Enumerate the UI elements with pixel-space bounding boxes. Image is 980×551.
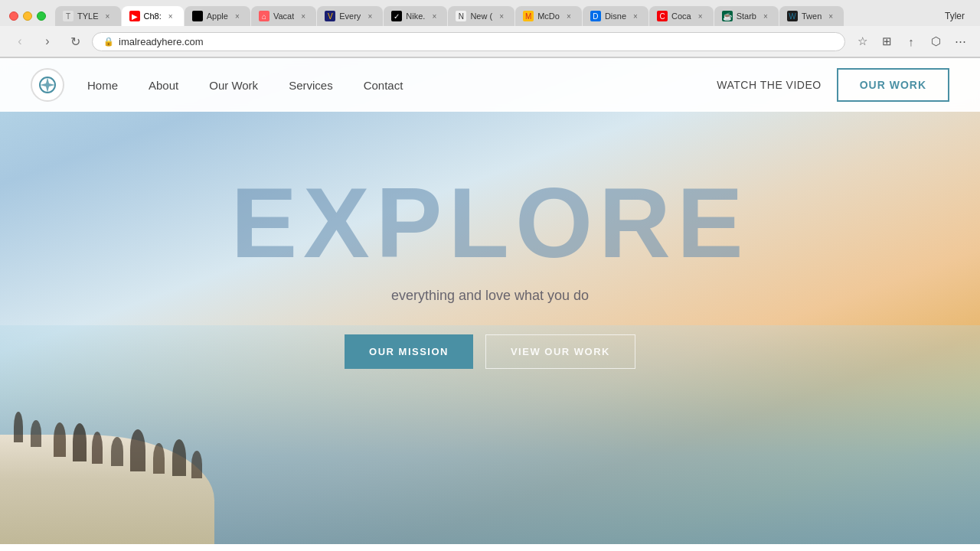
tab-label-coca: Coca [671, 11, 691, 21]
extensions-icon[interactable]: ⬡ [925, 31, 946, 52]
tab-close-tyler[interactable]: × [103, 11, 113, 21]
hero-section: EXPLORE everything and love what you do … [0, 112, 980, 369]
hero-title: EXPLORE [230, 173, 749, 272]
website-content: Home About Our Work Services Contact WAT… [0, 58, 980, 544]
nav-contact[interactable]: Contact [364, 79, 403, 92]
tab-close-apple[interactable]: × [232, 11, 243, 21]
person-silhouette [73, 423, 87, 461]
address-bar: ‹ › ↻ 🔒 imalreadyhere.com ☆ ⊞ ↑ ⬡ ⋯ [0, 26, 980, 57]
tab-close-youtube[interactable]: × [165, 11, 176, 21]
nav-services[interactable]: Services [289, 79, 333, 92]
view-work-button[interactable]: VIEW OUR WORK [485, 334, 635, 369]
tab-label-mcd: McDo [537, 11, 560, 21]
watch-video-button[interactable]: WATCH THE VIDEO [717, 79, 821, 91]
tab-label-starbucks: Starb [737, 11, 756, 21]
traffic-lights [9, 11, 46, 21]
person-silhouette [130, 429, 145, 471]
mission-button[interactable]: OUR MISSION [345, 334, 473, 369]
main-nav: Home About Our Work Services Contact [87, 79, 717, 92]
bookmark-icon[interactable]: ☆ [851, 31, 873, 52]
share-icon[interactable]: ↑ [900, 31, 922, 52]
tab-favicon-visa: V [325, 11, 335, 21]
tab-visa[interactable]: VEvery× [317, 6, 383, 26]
site-logo[interactable] [31, 68, 64, 102]
person-silhouette [191, 451, 202, 478]
tab-close-twenty[interactable]: × [825, 11, 836, 21]
navigation-bar: Home About Our Work Services Contact WAT… [0, 58, 980, 112]
tab-favicon-mcd: M [523, 11, 534, 21]
tab-close-visa[interactable]: × [364, 11, 375, 21]
tab-favicon-airbnb: ⌂ [259, 11, 270, 21]
person-silhouette [111, 437, 123, 466]
tab-close-disney[interactable]: × [630, 11, 641, 21]
user-profile[interactable]: Tyler [939, 11, 971, 21]
tab-label-twenty: Twen [802, 11, 822, 21]
nav-actions: WATCH THE VIDEO OUR WORK [717, 68, 949, 102]
tab-youtube[interactable]: ▶Ch8:× [122, 6, 184, 26]
tab-favicon-coca: C [657, 11, 668, 21]
toolbar-icons: ☆ ⊞ ↑ ⬡ ⋯ [851, 31, 971, 52]
hero-buttons: OUR MISSION VIEW OUR WORK [345, 334, 635, 369]
menu-icon[interactable]: ⋯ [949, 31, 971, 52]
person-silhouette [31, 420, 41, 447]
maximize-button[interactable] [37, 11, 46, 21]
tab-label-visa: Every [339, 11, 361, 21]
tab-disney[interactable]: DDisne× [583, 6, 648, 26]
tab-close-mcd[interactable]: × [564, 11, 574, 21]
tab-label-newt: New ( [470, 11, 492, 21]
nav-our-work[interactable]: Our Work [209, 79, 258, 92]
person-silhouette [14, 412, 23, 442]
tab-tyler[interactable]: TTYLE× [55, 6, 121, 26]
tab-close-coca[interactable]: × [695, 11, 706, 21]
person-silhouette [54, 422, 66, 457]
hero-tagline: everything and love what you do [391, 288, 589, 304]
tab-close-starbucks[interactable]: × [760, 11, 771, 21]
tab-mcd[interactable]: MMcDo× [515, 6, 582, 26]
forward-button[interactable]: › [37, 31, 58, 52]
tab-twenty[interactable]: WTwen× [779, 6, 844, 26]
tab-favicon-apple [192, 11, 203, 21]
our-work-nav-button[interactable]: OUR WORK [837, 68, 949, 102]
tab-label-airbnb: Vacat [273, 11, 294, 21]
tab-newt[interactable]: NNew (× [448, 6, 514, 26]
tab-favicon-starbucks: ☕ [722, 11, 733, 21]
close-button[interactable] [9, 11, 18, 21]
tabs-bar: TTYLE×▶Ch8:×Apple×⌂Vacat×VEvery×✓Nike.×N… [55, 6, 939, 26]
tab-label-nike: Nike. [406, 11, 425, 21]
tab-favicon-youtube: ▶ [129, 11, 140, 21]
person-silhouette [153, 443, 165, 474]
tab-nike[interactable]: ✓Nike.× [384, 6, 447, 26]
person-silhouette [92, 432, 103, 464]
lock-icon: 🔒 [103, 37, 114, 47]
url-bar[interactable]: 🔒 imalreadyhere.com [92, 32, 845, 51]
tab-close-nike[interactable]: × [429, 11, 439, 21]
tab-favicon-disney: D [590, 11, 601, 21]
tab-favicon-nike: ✓ [391, 11, 402, 21]
nav-home[interactable]: Home [87, 79, 118, 92]
minimize-button[interactable] [23, 11, 32, 21]
tab-favicon-tyler: T [63, 11, 74, 21]
tab-label-youtube: Ch8: [144, 11, 162, 21]
nav-about[interactable]: About [149, 79, 178, 92]
reload-button[interactable]: ↻ [64, 31, 86, 52]
tab-apple[interactable]: Apple× [185, 6, 250, 26]
tab-close-airbnb[interactable]: × [298, 11, 309, 21]
tab-starbucks[interactable]: ☕Starb× [714, 6, 779, 26]
tab-label-tyler: TYLE [77, 11, 99, 21]
tab-airbnb[interactable]: ⌂Vacat× [251, 6, 316, 26]
tab-favicon-twenty: W [787, 11, 798, 21]
tab-close-newt[interactable]: × [496, 11, 507, 21]
tab-label-apple: Apple [207, 11, 228, 21]
reading-list-icon[interactable]: ⊞ [876, 31, 897, 52]
tab-favicon-newt: N [456, 11, 466, 21]
person-silhouette [172, 439, 186, 476]
tab-coca[interactable]: CCoca× [649, 6, 714, 26]
tab-label-disney: Disne [605, 11, 626, 21]
back-button[interactable]: ‹ [9, 31, 31, 52]
url-text: imalreadyhere.com [119, 36, 204, 47]
